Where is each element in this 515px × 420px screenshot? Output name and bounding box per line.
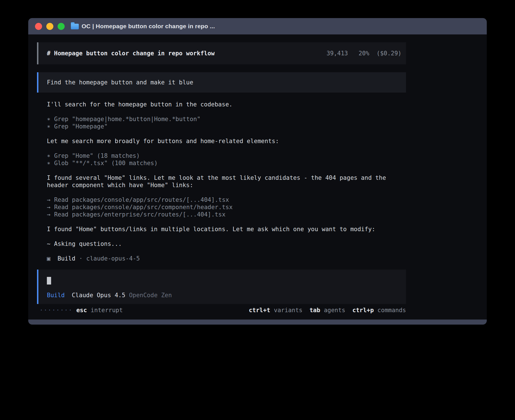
session-stats: 39,413 20% ($0.29): [326, 50, 401, 57]
tool-call-read: →Read packages/console/app/src/routes/[.…: [47, 196, 406, 204]
assistant-text: Let me search more broadly for buttons a…: [47, 137, 406, 145]
arrow-right-icon: →: [47, 211, 51, 218]
assistant-text: I'll search for the homepage button in t…: [47, 101, 406, 108]
prompt-input[interactable]: BuildClaude Opus 4.5OpenCode Zen: [37, 270, 406, 304]
shortcut-key: ctrl+p: [352, 307, 374, 314]
terminal-content: # Homepage button color change in repo w…: [28, 34, 487, 320]
session-cost: ($0.29): [376, 50, 401, 57]
tool-call-grep: ∗Grep "homepage|home.*button|Home.*butto…: [47, 115, 406, 123]
tool-call-grep: ∗Grep "Homepage": [47, 123, 406, 130]
provider-name: OpenCode Zen: [129, 292, 172, 299]
agent-status-line: ▣Build·claude-opus-4-5: [47, 255, 406, 262]
arrow-right-icon: →: [47, 196, 51, 203]
shortcut-label: commands: [377, 307, 406, 314]
text-cursor: [47, 277, 51, 285]
session-header: # Homepage button color change in repo w…: [37, 42, 406, 64]
tool-call-text: Glob "**/*.tsx" (100 matches): [54, 160, 158, 167]
agent-mode-label: Build: [47, 292, 65, 299]
tool-call-glob: ∗Glob "**/*.tsx" (100 matches): [47, 159, 406, 167]
assistant-status-text: ~ Asking questions...: [47, 240, 406, 248]
shortcut-key: ctrl+t: [249, 307, 270, 314]
token-count: 39,413: [326, 50, 348, 57]
esc-key-label: interrupt: [91, 307, 123, 314]
shortcut-label: variants: [274, 307, 302, 314]
traffic-lights: [35, 23, 65, 30]
titlebar: OC | Homepage button color change in rep…: [28, 18, 487, 34]
tool-call-read: →Read packages/console/app/src/component…: [47, 204, 406, 211]
tool-call-text: Read packages/console/app/src/routes/[..…: [54, 196, 229, 203]
tool-asterisk-icon: ∗: [47, 116, 51, 123]
session-title: # Homepage button color change in repo w…: [47, 50, 326, 57]
arrow-right-icon: →: [47, 204, 51, 211]
close-button[interactable]: [35, 23, 42, 30]
shortcut-key: tab: [309, 307, 320, 314]
user-message-text: Find the homepage button and make it blu…: [47, 79, 193, 86]
minimize-button[interactable]: [46, 23, 53, 30]
shortcut-agents: tabagents: [309, 307, 345, 314]
window-title: OC | Homepage button color change in rep…: [82, 23, 215, 30]
terminal-window: OC | Homepage button color change in rep…: [28, 18, 487, 325]
shortcut-label: agents: [324, 307, 345, 314]
agent-model: claude-opus-4-5: [86, 255, 140, 262]
assistant-text: I found several "Home" links. Let me loo…: [47, 174, 406, 189]
tool-call-text: Grep "Homepage": [54, 123, 108, 130]
assistant-text: I found "Home" buttons/links in multiple…: [47, 226, 406, 233]
tool-call-read: →Read packages/enterprise/src/routes/[..…: [47, 211, 406, 218]
shortcut-commands: ctrl+pcommands: [352, 307, 406, 314]
tool-call-text: Grep "homepage|home.*button|Home.*button…: [54, 116, 200, 123]
folder-icon: [71, 24, 79, 29]
tool-call-text: Read packages/enterprise/src/routes/[...…: [54, 211, 226, 218]
input-status-row: BuildClaude Opus 4.5OpenCode Zen: [47, 292, 401, 299]
status-bar-left: ········ esc interrupt: [37, 307, 123, 314]
agent-icon: ▣: [47, 255, 51, 262]
context-percent: 20%: [359, 50, 369, 57]
tool-call-grep: ∗Grep "Home" (18 matches): [47, 152, 406, 159]
status-bar: ········ esc interrupt ctrl+tvariants ta…: [37, 307, 406, 314]
conversation: I'll search for the homepage button in t…: [37, 101, 406, 262]
user-message: Find the homepage button and make it blu…: [37, 72, 406, 93]
shortcut-variants: ctrl+tvariants: [249, 307, 302, 314]
tool-asterisk-icon: ∗: [47, 123, 51, 130]
tool-asterisk-icon: ∗: [47, 152, 51, 159]
model-name: Claude Opus 4.5: [72, 292, 125, 299]
zoom-button[interactable]: [58, 23, 65, 30]
dot-separator: ·: [79, 255, 83, 262]
status-bar-right: ctrl+tvariants tabagents ctrl+pcommands: [249, 307, 406, 314]
esc-key-hint: esc: [76, 307, 87, 314]
agent-name: Build: [58, 255, 75, 262]
tool-call-text: Grep "Home" (18 matches): [54, 152, 140, 159]
spinner-dots: ········: [40, 307, 73, 314]
tool-call-text: Read packages/console/app/src/component/…: [54, 204, 233, 211]
tool-asterisk-icon: ∗: [47, 160, 51, 167]
